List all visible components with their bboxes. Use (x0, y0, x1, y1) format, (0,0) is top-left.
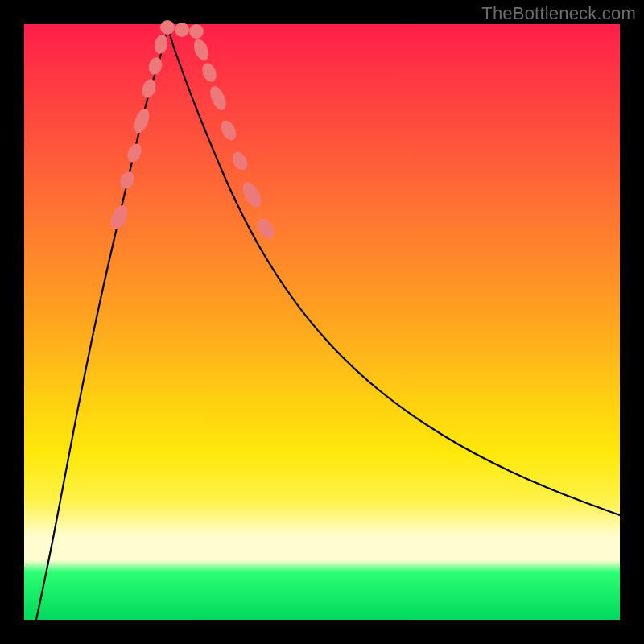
bead (254, 215, 278, 242)
bead (207, 84, 229, 113)
bead (107, 203, 131, 233)
bead (118, 170, 137, 192)
bead (175, 23, 189, 37)
bead (140, 77, 159, 100)
bead (218, 118, 239, 142)
bead (153, 34, 170, 56)
bead (160, 20, 175, 35)
bead (147, 56, 163, 76)
curve-right-path (167, 24, 620, 515)
bead (125, 142, 144, 164)
bead (189, 24, 204, 39)
bead (200, 61, 219, 84)
bead (239, 180, 266, 210)
bead (131, 106, 152, 135)
bead (229, 150, 250, 173)
watermark-label: TheBottleneck.com (481, 3, 636, 24)
chart-frame: TheBottleneck.com (0, 0, 644, 644)
bead (191, 37, 211, 63)
bottleneck-curve (24, 24, 620, 620)
curve-beads (107, 20, 278, 242)
